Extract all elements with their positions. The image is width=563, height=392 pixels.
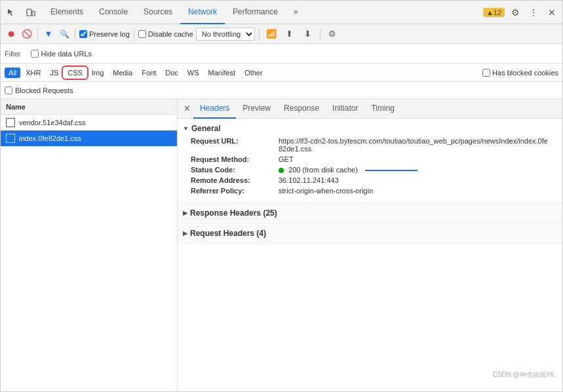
record-stop-icon[interactable]: ⏺: [5, 28, 18, 41]
detail-panel: ✕ Headers Preview Response Initiator Tim…: [178, 99, 562, 391]
cursor-icon[interactable]: [3, 5, 19, 20]
remote-address-value: 36.102.11.241:443: [279, 176, 339, 184]
warning-badge: ▲12: [483, 8, 505, 17]
blocked-requests-checkbox[interactable]: [5, 87, 12, 94]
toolbar-sep-2: [75, 28, 75, 40]
request-method-key: Request Method:: [191, 155, 276, 163]
type-filter-xhr[interactable]: XHR: [22, 68, 45, 78]
tab-bar: Elements Console Sources Network Perform…: [1, 1, 562, 24]
detail-tab-response[interactable]: Response: [277, 99, 326, 119]
download-icon[interactable]: ⬇: [300, 26, 316, 42]
type-filter-media[interactable]: Media: [109, 68, 136, 78]
svg-rect-1: [32, 11, 35, 16]
left-icons: [3, 5, 39, 20]
disable-cache-checkbox-label[interactable]: Disable cache: [138, 30, 193, 38]
request-url-key: Request URL:: [191, 137, 276, 153]
remote-address-key: Remote Address:: [191, 176, 276, 184]
has-blocked-cookies-checkbox[interactable]: [482, 69, 490, 77]
css-file-icon-selected: [6, 134, 15, 143]
type-filter-row: All XHR JS CSS Img Media Font Doc WS Man…: [1, 64, 562, 82]
file-list-header: Name: [1, 99, 177, 115]
request-method-value: GET: [279, 155, 294, 163]
wifi-icon[interactable]: 📶: [263, 26, 279, 42]
request-url-row: Request URL: https://lf3-cdn2-tos.bytesc…: [183, 137, 552, 153]
filter-label: Filter: [5, 50, 20, 58]
detail-tabs: ✕ Headers Preview Response Initiator Tim…: [178, 99, 562, 119]
toolbar-sep-3: [134, 28, 134, 40]
detail-tab-preview[interactable]: Preview: [236, 99, 277, 119]
remote-address-row: Remote Address: 36.102.11.241:443: [183, 176, 552, 184]
has-blocked-cookies-label[interactable]: Has blocked cookies: [482, 69, 558, 77]
detail-tab-initiator[interactable]: Initiator: [326, 99, 364, 119]
detail-content: General Request URL: https://lf3-cdn2-to…: [178, 119, 562, 391]
general-section: General Request URL: https://lf3-cdn2-to…: [178, 119, 562, 203]
blocked-requests-label[interactable]: Blocked Requests: [5, 87, 73, 94]
tab-console[interactable]: Console: [91, 1, 136, 24]
toolbar-sep-1: [37, 28, 38, 40]
referrer-policy-value: strict-origin-when-cross-origin: [279, 187, 373, 195]
filter-icon[interactable]: ▼: [42, 28, 55, 41]
detail-close-icon[interactable]: ✕: [180, 102, 193, 115]
filter-row: Filter Hide data URLs: [1, 44, 562, 64]
preserve-log-checkbox-label[interactable]: Preserve log: [79, 30, 130, 38]
blocked-requests-row: Blocked Requests: [1, 82, 562, 99]
hide-data-urls-checkbox[interactable]: [31, 50, 39, 58]
css-file-icon: [6, 118, 15, 127]
request-headers-header[interactable]: Request Headers (4): [178, 224, 562, 243]
file-item-selected[interactable]: index.0fe82de1.css: [1, 130, 177, 146]
status-code-value: 200 (from disk cache): [279, 166, 417, 174]
preserve-log-checkbox[interactable]: [79, 30, 87, 38]
toolbar-sep-5: [320, 28, 320, 40]
throttle-select[interactable]: No throttling: [196, 28, 255, 41]
general-title: General: [183, 124, 552, 133]
more-menu-icon[interactable]: ⋮: [526, 5, 541, 20]
network-settings-icon[interactable]: ⚙: [324, 26, 340, 42]
device-toggle-icon[interactable]: [23, 5, 39, 20]
tab-elements[interactable]: Elements: [43, 1, 91, 24]
referrer-policy-row: Referrer Policy: strict-origin-when-cros…: [183, 187, 552, 195]
request-url-value: https://lf3-cdn2-tos.bytescm.com/toutiao…: [279, 137, 552, 153]
response-headers-header[interactable]: Response Headers (25): [178, 203, 562, 223]
file-list: vendor.51e34daf.css index.0fe82de1.css: [1, 115, 177, 391]
clear-icon[interactable]: 🚫: [20, 28, 33, 41]
type-filter-css[interactable]: CSS: [64, 68, 87, 78]
type-filter-ws[interactable]: WS: [184, 68, 203, 78]
type-filter-manifest[interactable]: Manifest: [204, 68, 240, 78]
detail-tab-timing[interactable]: Timing: [364, 99, 401, 119]
tab-more[interactable]: »: [286, 1, 306, 24]
file-item[interactable]: vendor.51e34daf.css: [1, 115, 177, 130]
tab-sources[interactable]: Sources: [136, 1, 180, 24]
status-green-dot: [279, 168, 284, 173]
settings-icon[interactable]: ⚙: [507, 5, 523, 20]
tab-bar-right: ▲12 ⚙ ⋮ ✕: [483, 5, 560, 20]
disable-cache-checkbox[interactable]: [138, 30, 146, 38]
main-content: Name vendor.51e34daf.css index.0fe82de1.…: [1, 99, 562, 391]
referrer-policy-key: Referrer Policy:: [191, 187, 276, 195]
status-code-key: Status Code:: [191, 166, 276, 174]
type-filter-img[interactable]: Img: [88, 68, 107, 78]
file-list-panel: Name vendor.51e34daf.css index.0fe82de1.…: [1, 99, 178, 391]
type-filter-font[interactable]: Font: [138, 68, 160, 78]
type-filter-all[interactable]: All: [5, 68, 20, 78]
tab-network[interactable]: Network: [180, 1, 225, 24]
status-code-row: Status Code: 200 (from disk cache): [183, 166, 552, 174]
upload-icon[interactable]: ⬆: [282, 26, 298, 42]
devtools-window: Elements Console Sources Network Perform…: [0, 0, 563, 392]
tab-performance[interactable]: Performance: [225, 1, 286, 24]
type-filter-doc[interactable]: Doc: [161, 68, 182, 78]
toolbar-sep-4: [259, 28, 260, 40]
svg-rect-0: [27, 9, 31, 16]
detail-tab-headers[interactable]: Headers: [193, 99, 236, 119]
type-filter-js[interactable]: JS: [46, 68, 62, 78]
request-method-row: Request Method: GET: [183, 155, 552, 163]
hide-data-urls-label[interactable]: Hide data URLs: [31, 50, 92, 58]
network-toolbar: ⏺ 🚫 ▼ 🔍 Preserve log Disable cache No th…: [1, 24, 562, 44]
type-filter-other[interactable]: Other: [241, 68, 267, 78]
response-headers-section: Response Headers (25): [178, 203, 562, 224]
close-devtools-icon[interactable]: ✕: [544, 5, 560, 20]
request-headers-section: Request Headers (4): [178, 224, 562, 244]
search-icon[interactable]: 🔍: [58, 28, 71, 41]
